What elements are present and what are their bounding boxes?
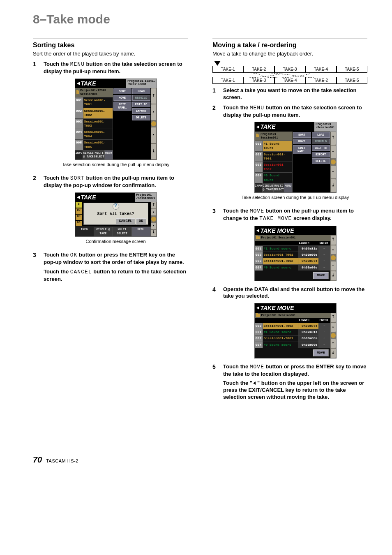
menu-item[interactable]: LOAD <box>132 88 150 94</box>
scroll-up-button[interactable]: ▴ <box>151 209 156 215</box>
scroll-up-button[interactable]: ▴ <box>151 104 156 120</box>
move-button[interactable]: MOVE <box>313 272 328 279</box>
move-button[interactable]: MOVE <box>313 349 328 356</box>
take-row[interactable]: 004#0 Sound sourc0h03m00s→ <box>255 342 330 348</box>
take-row[interactable]: 004#0 Sound sourc0h03m00s→ <box>255 264 330 271</box>
scroll-bottom-button[interactable]: ⤓ <box>331 271 336 280</box>
scroll-down-button[interactable]: ▾ <box>151 127 156 143</box>
lcd-pathrow[interactable]: Project01-12345… Session001 <box>75 88 113 97</box>
scroll-bottom-button[interactable]: ⤓ <box>151 144 156 160</box>
take-row[interactable]: 002Session001-T002 <box>75 108 113 118</box>
back-icon[interactable] <box>256 229 259 232</box>
menu-item[interactable]: MOVE <box>113 95 131 101</box>
scroll-top-button[interactable]: ⤒ <box>331 313 336 322</box>
scroll-top-button[interactable]: ⤒ <box>151 88 156 104</box>
menu-item[interactable]: SORT <box>293 132 311 138</box>
cancel-button[interactable]: CANCEL <box>116 218 135 225</box>
menu-item[interactable]: EXPORT <box>132 108 150 114</box>
enter-arrow-icon[interactable]: → <box>319 342 330 348</box>
scroll-top-button[interactable]: ⤒ <box>331 236 336 245</box>
lcd-pathrow[interactable]: Project01 Session001 <box>255 132 293 141</box>
menu-item[interactable]: DELETE <box>312 158 330 164</box>
take-row[interactable]: 001#1 Sound sourc0h07m31s→ <box>255 329 330 335</box>
take-row[interactable]: 001Session001-T001 <box>75 97 113 108</box>
take-row[interactable]: 003Session001-T003 <box>75 118 113 129</box>
scroll-up-button[interactable]: ▴ <box>331 146 336 158</box>
enter-arrow-icon[interactable]: → <box>319 329 330 335</box>
menu-item[interactable]: EDIT TC <box>132 102 150 107</box>
lcd-title: TAKE <box>261 123 276 130</box>
bottombar-button[interactable]: MENU <box>105 150 113 160</box>
enter-arrow-icon[interactable]: → <box>319 265 330 271</box>
scroll-knob[interactable] <box>331 333 336 338</box>
scroll-knob[interactable] <box>331 160 336 164</box>
scroll-knob[interactable] <box>151 217 156 222</box>
take-row[interactable]: 004#0 Sound sourc <box>255 172 293 183</box>
scroll-down-button[interactable]: ▾ <box>151 223 156 229</box>
bottombar-button[interactable]: CIRCLE @ TAKE <box>263 183 273 192</box>
menu-item[interactable]: REBUILD <box>132 95 150 101</box>
take-row[interactable]: 003Session001-T0020h00m07s→ <box>255 258 330 264</box>
take-row[interactable]: 001#1 Sound sourc0h07m31s→ <box>255 245 330 252</box>
ok-button[interactable]: OK <box>136 218 146 225</box>
scroll-knob[interactable] <box>331 255 336 260</box>
bottombar-button[interactable]: MENU <box>132 227 151 236</box>
scroll-up-button[interactable]: ▴ <box>331 323 336 332</box>
step-number: 4 <box>212 286 218 360</box>
step-number: 5 <box>212 363 218 401</box>
bottombar-button[interactable]: INFO <box>75 227 94 236</box>
lcd-pathrow[interactable]: Project01 Session001 <box>255 235 330 240</box>
scroll-top-button[interactable]: ⤒ <box>331 132 336 145</box>
scroll-bottom-button[interactable]: ⤓ <box>151 230 156 236</box>
back-icon[interactable] <box>256 125 259 129</box>
menu-item[interactable]: EDIT NAME… <box>113 102 131 111</box>
back-icon[interactable] <box>77 82 80 85</box>
enter-arrow-icon[interactable]: → <box>319 258 330 264</box>
bottombar-button[interactable]: INFO <box>75 150 83 160</box>
bottombar-button[interactable]: MULTI SELECT <box>274 183 284 192</box>
menu-item[interactable]: MOVE <box>293 139 311 144</box>
take-row[interactable]: 002Session001-T0010h00m00s→ <box>255 252 330 258</box>
t: Touch the <box>223 363 250 370</box>
enter-arrow-icon[interactable]: → <box>319 335 330 341</box>
menu-item[interactable]: LOAD <box>312 132 330 138</box>
take-row[interactable]: 004Session001-T004 <box>75 129 113 139</box>
scroll-bottom-button[interactable]: ⤓ <box>331 179 336 192</box>
scroll-down-button[interactable]: ▾ <box>331 166 336 178</box>
scroll-down-button[interactable]: ▾ <box>331 339 336 348</box>
menu-item[interactable]: REBUILD <box>312 139 330 144</box>
scroll-bottom-button[interactable]: ⤓ <box>331 349 336 358</box>
menu-item[interactable]: EXPORT <box>312 152 330 157</box>
list-marker: 00 <box>76 221 82 226</box>
bottombar-button[interactable]: MENU <box>284 183 293 192</box>
enter-arrow-icon[interactable]: → <box>319 323 330 329</box>
take-name: #1 Sound sourc <box>263 246 298 252</box>
take-row[interactable]: 005Session001-T005 <box>75 139 113 150</box>
take-row[interactable]: 002Session001-T0010h00m00s→ <box>255 335 330 341</box>
back-icon[interactable] <box>256 306 259 310</box>
scroll-down-button[interactable]: ▾ <box>331 261 336 271</box>
bottombar-button[interactable]: CIRCLE @ TAKE <box>94 227 113 236</box>
bottombar-button[interactable]: CIRCLE @ TAKE <box>83 150 94 160</box>
bottombar-button[interactable]: MULTI SELECT <box>94 150 105 160</box>
folder-icon <box>76 91 79 94</box>
t: Touch the <box>44 175 70 181</box>
take-row[interactable]: 003Session001-T002 <box>255 162 293 172</box>
bottombar-button[interactable]: INFO <box>255 183 263 192</box>
scroll-up-button[interactable]: ▴ <box>331 245 336 254</box>
menu-item[interactable]: EDIT TC <box>312 145 330 151</box>
scroll-knob[interactable] <box>151 121 156 126</box>
scroll-top-button[interactable]: ⤒ <box>151 202 156 208</box>
menu-item[interactable]: DELETE <box>132 115 150 120</box>
take-row[interactable]: 002Session001-T001 <box>255 151 293 162</box>
enter-arrow-icon[interactable]: → <box>319 252 330 258</box>
back-icon[interactable] <box>77 196 80 199</box>
right-column: Moving a take / re-ordering Move a take … <box>212 39 367 465</box>
lcd-pathrow[interactable]: Project01 Session001 <box>255 313 330 318</box>
take-row[interactable]: 001#1 Sound sourc <box>255 141 293 151</box>
menu-item[interactable]: EDIT NAME… <box>293 145 311 154</box>
enter-arrow-icon[interactable]: → <box>319 246 330 252</box>
take-row[interactable]: 003Session001-T0020h00m07s→ <box>255 323 330 329</box>
menu-item[interactable]: SORT <box>113 88 131 94</box>
bottombar-button[interactable]: MULTI SELECT <box>113 227 132 236</box>
